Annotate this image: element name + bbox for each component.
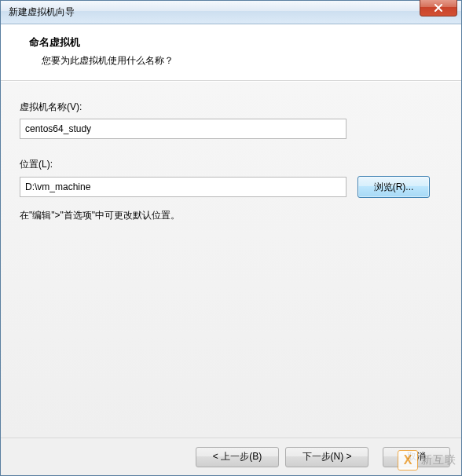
- page-subtitle: 您要为此虚拟机使用什么名称？: [16, 54, 446, 68]
- vm-location-label: 位置(L):: [20, 158, 442, 171]
- next-button[interactable]: 下一步(N) >: [285, 447, 368, 467]
- titlebar: 新建虚拟机向导: [1, 1, 461, 24]
- vm-location-row: 浏览(R)...: [20, 176, 442, 198]
- header-pane: 命名虚拟机 您要为此虚拟机使用什么名称？: [1, 24, 461, 81]
- vm-location-group: 位置(L): 浏览(R)...: [20, 158, 442, 198]
- vm-name-group: 虚拟机名称(V):: [20, 101, 442, 139]
- vm-name-input[interactable]: [20, 119, 346, 139]
- window-title: 新建虚拟机向导: [1, 5, 75, 19]
- wizard-window: 新建虚拟机向导 命名虚拟机 您要为此虚拟机使用什么名称？ 虚拟机名称(V): 位…: [0, 0, 462, 476]
- back-button[interactable]: < 上一步(B): [196, 447, 279, 467]
- footer: < 上一步(B) 下一步(N) > 取消 X 新互联: [1, 438, 461, 475]
- close-button[interactable]: [420, 0, 457, 16]
- cancel-button[interactable]: 取消: [383, 447, 450, 467]
- close-icon: [434, 4, 443, 13]
- page-title: 命名虚拟机: [16, 35, 446, 49]
- body-pane: 虚拟机名称(V): 位置(L): 浏览(R)... 在"编辑">"首选项"中可更…: [1, 81, 461, 438]
- browse-button[interactable]: 浏览(R)...: [358, 176, 430, 198]
- location-hint: 在"编辑">"首选项"中可更改默认位置。: [20, 209, 442, 222]
- vm-location-input[interactable]: [20, 177, 346, 197]
- vm-name-label: 虚拟机名称(V):: [20, 101, 442, 114]
